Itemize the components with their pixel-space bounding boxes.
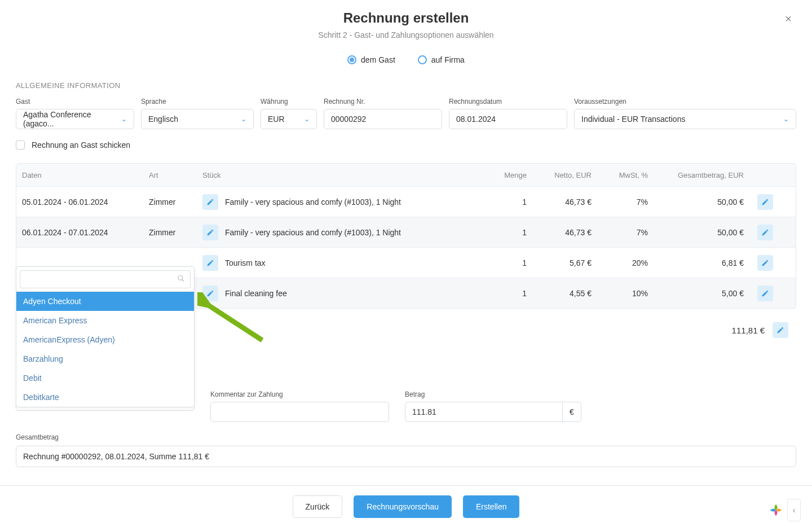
send-to-guest-label: Rechnung an Gast schicken: [32, 140, 130, 150]
invoice-no-input[interactable]: [324, 109, 442, 129]
preview-button[interactable]: Rechnungsvorschau: [354, 495, 452, 518]
guest-select[interactable]: Agatha Conference (agaco... ⌄: [16, 109, 134, 129]
cell-vat: 20%: [597, 258, 654, 267]
cell-item: Tourism tax: [225, 258, 266, 267]
prereq-value: Individual - EUR Transactions: [581, 115, 685, 124]
edit-item-button[interactable]: [202, 194, 218, 210]
cell-vat: 7%: [597, 197, 654, 207]
cell-total: 50,00 €: [654, 197, 749, 207]
summary-label: Gesamtbetrag: [16, 433, 59, 441]
cell-net: 5,67 €: [532, 258, 597, 267]
modal-subtitle: Schritt 2 - Gast- und Zahlungsoptionen a…: [16, 30, 796, 39]
language-label: Sprache: [141, 98, 254, 106]
cell-qty: 1: [490, 258, 532, 267]
cell-qty: 1: [490, 289, 532, 298]
payment-comment-input[interactable]: [210, 402, 389, 422]
radio-label: dem Gast: [361, 55, 395, 64]
th-dates: Daten: [16, 171, 143, 179]
th-total: Gesamtbetrag, EUR: [654, 171, 749, 179]
edit-total-button[interactable]: [773, 322, 788, 338]
th-net: Netto, EUR: [532, 171, 597, 179]
th-type: Art: [143, 171, 197, 179]
prereq-select[interactable]: Individual - EUR Transactions ⌄: [574, 109, 796, 129]
chevron-down-icon: ⌄: [241, 115, 246, 123]
svg-point-0: [178, 275, 183, 280]
amount-unit: €: [563, 402, 581, 422]
edit-row-button[interactable]: [757, 286, 773, 301]
recipient-company-radio[interactable]: auf Firma: [418, 55, 465, 64]
cell-net: 46,73 €: [532, 197, 597, 207]
language-select[interactable]: Englisch ⌄: [141, 109, 254, 129]
create-button[interactable]: Erstellen: [463, 495, 519, 518]
payment-amount-input[interactable]: [405, 402, 563, 422]
grand-total: 111,81 €: [732, 326, 765, 335]
dropdown-item[interactable]: AmericanExpress (Adyen): [16, 330, 194, 349]
dropdown-search-input[interactable]: [20, 270, 191, 288]
edit-row-button[interactable]: [757, 194, 773, 210]
cell-vat: 10%: [597, 289, 654, 298]
recipient-guest-radio[interactable]: dem Gast: [347, 55, 395, 64]
cell-dates: 05.01.2024 - 06.01.2024: [16, 197, 143, 207]
cell-qty: 1: [490, 228, 532, 237]
th-qty: Menge: [490, 171, 532, 179]
cell-type: Zimmer: [143, 228, 197, 237]
edit-item-button[interactable]: [202, 225, 218, 240]
dropdown-item[interactable]: Barzahlung: [16, 349, 194, 368]
table-row: 05.01.2024 - 06.01.2024 Zimmer Family - …: [16, 186, 796, 217]
th-item: Stück: [197, 171, 490, 179]
cell-vat: 7%: [597, 228, 654, 237]
cell-qty: 1: [490, 197, 532, 207]
cell-type: Zimmer: [143, 197, 197, 207]
language-value: Englisch: [148, 115, 178, 124]
edit-row-button[interactable]: [757, 255, 773, 271]
close-icon[interactable]: ×: [785, 12, 792, 25]
edit-item-button[interactable]: [202, 255, 218, 271]
radio-unchecked-icon: [418, 55, 427, 64]
cell-net: 4,55 €: [532, 289, 597, 298]
chevron-down-icon: ⌄: [121, 115, 127, 123]
invoice-date-input[interactable]: [449, 109, 567, 129]
invoice-date-label: Rechnungsdatum: [449, 98, 567, 106]
guest-value: Agatha Conference (agaco...: [23, 110, 121, 128]
svg-line-1: [182, 279, 184, 282]
dropdown-item[interactable]: American Express: [16, 311, 194, 330]
amount-label: Betrag: [405, 390, 581, 398]
chevron-down-icon: ⌄: [304, 115, 310, 123]
back-button[interactable]: Zurück: [293, 495, 343, 518]
search-icon: [177, 275, 185, 284]
cell-item: Family - very spacious and comfy (#1003)…: [225, 197, 401, 207]
cell-total: 50,00 €: [654, 228, 749, 237]
dropdown-item[interactable]: Debit: [16, 368, 194, 388]
edit-row-button[interactable]: [757, 225, 773, 240]
modal-title: Rechnung erstellen: [16, 10, 796, 26]
currency-label: Währung: [261, 98, 317, 106]
send-to-guest-checkbox[interactable]: [16, 140, 25, 150]
dropdown-item[interactable]: Debitkarte: [16, 388, 194, 407]
cell-total: 6,81 €: [654, 258, 749, 267]
brand-logo-icon: [768, 502, 784, 518]
cell-item: Family - very spacious and comfy (#1003)…: [225, 228, 401, 237]
currency-select[interactable]: EUR ⌄: [261, 109, 317, 129]
th-vat: MwSt, %: [597, 171, 654, 179]
radio-checked-icon: [347, 55, 356, 64]
collapse-panel-button[interactable]: ‹: [787, 499, 801, 521]
table-row: 06.01.2024 - 07.01.2024 Zimmer Family - …: [16, 217, 796, 247]
summary-text: Rechnung #00000292, 08.01.2024, Summe 11…: [16, 446, 796, 467]
prereq-label: Voraussetzungen: [574, 98, 796, 106]
radio-label: auf Firma: [431, 55, 465, 64]
section-general-heading: ALLGEMEINE INFORMATION: [16, 81, 796, 90]
chevron-down-icon: ⌄: [783, 115, 789, 123]
cell-net: 46,73 €: [532, 228, 597, 237]
dropdown-item[interactable]: Adyen Checkout: [16, 292, 194, 311]
cell-item: Final cleaning fee: [225, 289, 287, 298]
cell-dates: 06.01.2024 - 07.01.2024: [16, 228, 143, 237]
edit-item-button[interactable]: [202, 286, 218, 301]
invoice-no-label: Rechnung Nr.: [324, 98, 442, 106]
cell-total: 5,00 €: [654, 289, 749, 298]
comment-label: Kommentar zur Zahlung: [210, 390, 389, 398]
payment-method-dropdown[interactable]: Adyen CheckoutAmerican ExpressAmericanEx…: [16, 266, 195, 407]
guest-label: Gast: [16, 98, 134, 106]
currency-value: EUR: [268, 115, 285, 124]
